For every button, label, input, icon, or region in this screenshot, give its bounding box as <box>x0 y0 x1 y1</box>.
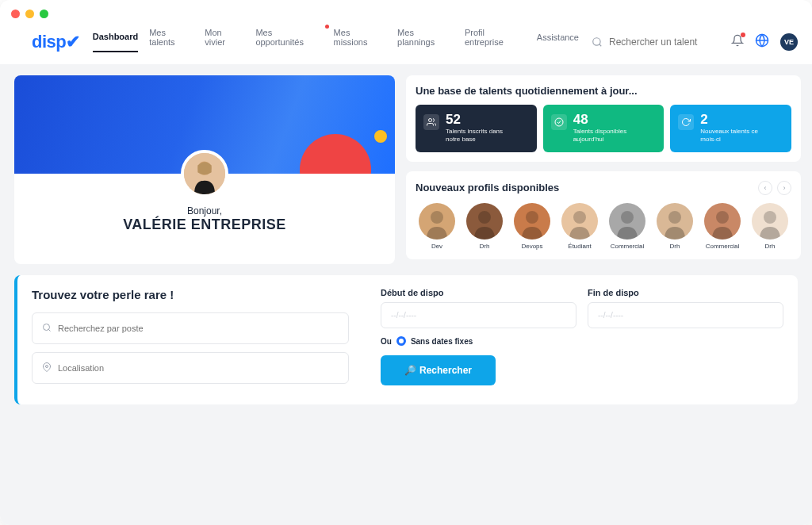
svg-point-0 <box>593 38 600 45</box>
svg-point-9 <box>431 211 443 224</box>
post-input[interactable] <box>58 324 339 333</box>
minimize-window-icon[interactable] <box>25 10 34 18</box>
svg-point-11 <box>478 211 491 224</box>
profile-item[interactable]: Commercial <box>606 203 649 250</box>
nav-item-mon-vivier[interactable]: Mon vivier <box>205 28 244 56</box>
profile-role: Drh <box>653 243 696 250</box>
profile-role: Dev <box>416 243 458 250</box>
stat-new: 2Nouveaux talents ce mois-ci <box>670 105 791 152</box>
profile-role: Drh <box>463 243 506 250</box>
nav-item-mes-opportunités[interactable]: Mes opportunités <box>255 28 322 56</box>
profile-role: Commercial <box>701 243 744 250</box>
notification-badge <box>741 33 745 37</box>
profile-item[interactable]: Drh <box>749 203 791 250</box>
profile-avatar <box>609 203 645 240</box>
window-controls <box>0 0 812 28</box>
main-nav: DashboardMes talentsMon vivierMes opport… <box>93 28 579 56</box>
profile-item[interactable]: Drh <box>653 203 696 250</box>
profiles-title: Nouveaux profils disponibles <box>416 182 559 194</box>
svg-point-17 <box>621 211 634 224</box>
svg-point-7 <box>555 118 563 126</box>
svg-point-24 <box>44 324 50 331</box>
stat-available: 48Talents disponibles aujourd'hui <box>543 105 665 152</box>
global-search-input[interactable] <box>609 36 720 48</box>
search-card: Trouvez votre perle rare ! Début de disp… <box>14 275 798 404</box>
profile-item[interactable]: Drh <box>463 203 506 250</box>
stat-label: Talents inscrits dans notre base <box>446 128 517 144</box>
profile-avatar <box>657 203 693 240</box>
search-by-location[interactable] <box>32 352 349 384</box>
maximize-window-icon[interactable] <box>40 10 48 18</box>
carousel-prev-button[interactable]: ‹ <box>758 181 772 195</box>
profile-avatar <box>466 203 503 240</box>
svg-line-1 <box>599 44 602 47</box>
stat-value: 52 <box>446 113 517 126</box>
stat-registered: 52Talents inscrits dans notre base <box>416 105 537 152</box>
notifications-button[interactable] <box>731 34 744 50</box>
or-label: Ou <box>381 337 392 346</box>
close-window-icon[interactable] <box>11 10 20 18</box>
profile-item[interactable]: Devops <box>511 203 553 250</box>
notification-dot <box>325 25 329 29</box>
search-by-post[interactable] <box>32 312 349 344</box>
greeting-text: Bonjour, <box>14 205 395 217</box>
location-input[interactable] <box>58 363 339 373</box>
svg-line-25 <box>48 329 50 331</box>
profile-avatar <box>561 203 598 240</box>
profile-role: Devops <box>511 243 553 250</box>
profile-item[interactable]: Dev <box>416 203 458 250</box>
stats-card: Une base de talents quotidiennement à jo… <box>406 75 801 162</box>
search-button[interactable]: 🔎 Rechercher <box>381 355 496 385</box>
nav-item-mes-talents[interactable]: Mes talents <box>149 28 193 56</box>
svg-point-19 <box>668 211 681 224</box>
stat-label: Nouveaux talents ce mois-ci <box>700 128 772 144</box>
nav-item-mes-missions[interactable]: Mes missions <box>334 28 387 56</box>
stat-value: 48 <box>573 113 645 126</box>
profile-role: Étudiant <box>558 243 601 250</box>
carousel-next-button[interactable]: › <box>777 181 791 195</box>
end-date-input[interactable]: --/--/---- <box>588 302 783 328</box>
profile-role: Drh <box>749 243 791 250</box>
nav-item-profil-entreprise[interactable]: Profil entreprise <box>465 28 526 56</box>
profile-item[interactable]: Commercial <box>701 203 744 250</box>
profile-avatar <box>419 203 455 240</box>
global-search[interactable] <box>592 36 720 48</box>
end-date-label: Fin de dispo <box>588 288 783 297</box>
nav-item-mes-plannings[interactable]: Mes plannings <box>397 28 454 56</box>
no-dates-label: Sans dates fixes <box>411 337 473 346</box>
welcome-card: Bonjour, VALÉRIE ENTREPRISE <box>14 75 395 264</box>
start-date-label: Début de dispo <box>381 288 576 297</box>
profiles-card: Nouveaux profils disponibles ‹ › DevDrhD… <box>406 171 801 259</box>
language-button[interactable] <box>755 33 769 51</box>
profile-avatar <box>752 203 788 240</box>
stats-title: Une base de talents quotidiennement à jo… <box>416 85 791 97</box>
refresh-icon <box>678 114 694 130</box>
svg-point-6 <box>429 119 432 122</box>
check-circle-icon <box>551 114 567 130</box>
users-icon <box>423 114 439 130</box>
stat-label: Talents disponibles aujourd'hui <box>573 128 645 144</box>
svg-point-23 <box>764 211 776 224</box>
svg-point-13 <box>526 211 538 224</box>
user-name: VALÉRIE ENTREPRISE <box>14 217 395 233</box>
user-avatar[interactable]: VE <box>780 33 798 51</box>
profile-picture <box>181 150 228 197</box>
no-dates-radio[interactable] <box>396 336 406 346</box>
logo[interactable]: disp✔ <box>32 32 80 52</box>
profile-role: Commercial <box>606 243 649 250</box>
svg-point-21 <box>716 211 729 224</box>
search-icon <box>42 321 52 335</box>
profile-item[interactable]: Étudiant <box>558 203 601 250</box>
globe-icon <box>755 33 769 48</box>
profile-avatar <box>704 203 741 240</box>
svg-point-26 <box>46 366 48 368</box>
start-date-input[interactable]: --/--/---- <box>381 302 576 328</box>
search-icon <box>592 36 603 48</box>
nav-item-dashboard[interactable]: Dashboard <box>93 32 138 52</box>
search-button-label: Rechercher <box>419 365 472 376</box>
nav-item-assistance[interactable]: Assistance <box>537 33 579 52</box>
location-icon <box>42 361 52 375</box>
stat-value: 2 <box>700 113 772 126</box>
search-title: Trouvez votre perle rare ! <box>32 288 349 301</box>
profile-avatar <box>514 203 550 240</box>
